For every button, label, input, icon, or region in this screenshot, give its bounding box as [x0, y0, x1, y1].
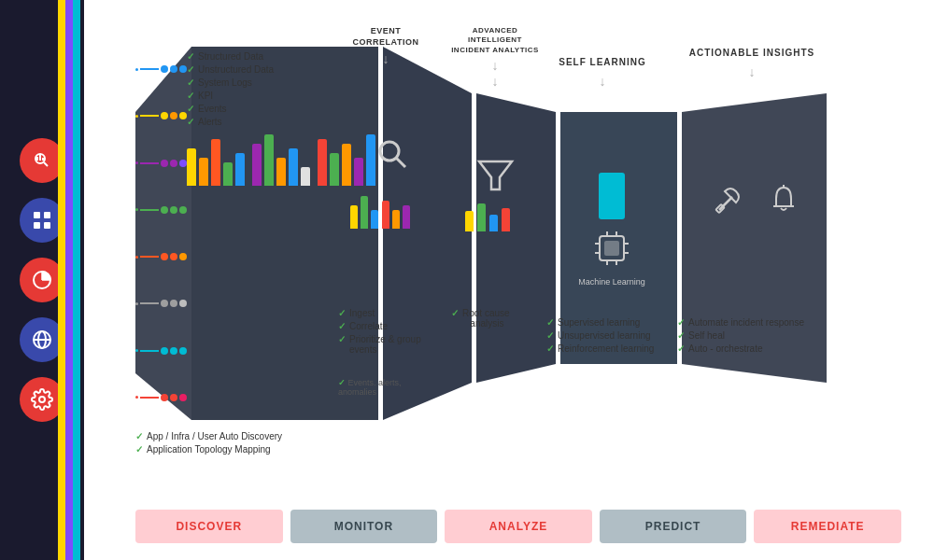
remediate-notes: Automate incident response Self heal Aut… — [677, 317, 836, 357]
stream-red — [135, 394, 187, 401]
svg-rect-1 — [36, 157, 38, 161]
svg-point-15 — [39, 397, 45, 402]
stream-green — [135, 206, 187, 214]
remediate-icons — [686, 182, 827, 217]
remediate-note-1: Automate incident response — [677, 317, 836, 328]
discover-label[interactable]: DISCOVER — [135, 510, 283, 543]
predict-label[interactable]: PREDICT — [600, 510, 747, 543]
monitor-note-3: Prioritize & group events — [338, 334, 436, 355]
analyze-notes: Root cause analysis — [451, 308, 549, 331]
event-correlation-heading: EVENT CORRELATION ↓ — [344, 26, 428, 70]
svg-rect-5 — [34, 212, 40, 218]
svg-rect-2 — [39, 155, 41, 161]
stream-gray — [135, 300, 187, 307]
bar-group-1 — [187, 134, 245, 186]
bell-icon — [766, 182, 801, 217]
cpu-chip-icon — [588, 225, 635, 272]
svg-rect-6 — [44, 212, 50, 218]
remediate-check-list: Automate incident response Self heal Aut… — [677, 317, 836, 354]
svg-rect-26 — [604, 241, 619, 256]
data-streams — [135, 65, 187, 401]
monitor-label[interactable]: MONITOR — [290, 510, 438, 543]
monitor-note-2: Correlate — [338, 321, 436, 331]
discover-bar-charts — [187, 134, 336, 186]
remediate-note-3: Auto - orchestrate — [677, 343, 836, 354]
bottom-labels-row: DISCOVER MONITOR ANALYZE PREDICT REMEDIA… — [135, 510, 901, 543]
analyze-filter-icon — [462, 154, 528, 200]
discover-item-structured: Structured Data — [187, 51, 336, 62]
predict-notes: Supervised learning Unsupervised learnin… — [546, 317, 668, 357]
discover-item-syslogs: System Logs — [187, 77, 336, 88]
remediate-heading: ACTIONABLE INSIGHTS ↓ — [682, 47, 822, 79]
stream-blue — [135, 65, 187, 73]
discover-bottom-2: Application Topology Mapping — [135, 444, 341, 455]
discover-item-alerts: Alerts — [187, 117, 336, 127]
predict-note-1: Supervised learning — [546, 317, 668, 328]
remediate-note-2: Self heal — [677, 330, 836, 341]
monitor-notes: Ingest Correlate Prioritize & group even… — [338, 308, 436, 357]
bar-group-2 — [252, 134, 310, 186]
predict-note-2: Unsupervised learning — [546, 330, 668, 341]
analyze-note-1: Root cause analysis — [451, 308, 549, 329]
ml-label: Machine Learning — [560, 277, 663, 287]
monitor-note-1: Ingest — [338, 308, 436, 318]
search-icon — [374, 135, 411, 173]
stripe-yellow — [58, 0, 65, 560]
stream-purple — [135, 160, 187, 167]
main-content: Structured Data Unstructured Data System… — [84, 0, 934, 560]
stream-yellow — [135, 112, 187, 119]
monitor-bars-2 — [382, 201, 410, 229]
discover-bottom-notes: App / Infra / User Auto Discovery Applic… — [135, 431, 341, 457]
predict-data-bar — [599, 173, 625, 219]
stream-cyan — [135, 347, 187, 355]
svg-marker-24 — [479, 161, 512, 189]
monitor-bar-charts — [350, 196, 425, 229]
svg-rect-3 — [42, 158, 44, 161]
svg-rect-7 — [34, 222, 40, 229]
analyze-bars — [465, 203, 510, 231]
analyze-check-list: Root cause analysis — [451, 308, 549, 329]
discover-bottom-1: App / Infra / User Auto Discovery — [135, 431, 341, 441]
monitor-bottom-note: ✓ Events. alerts, anomalies — [338, 378, 436, 397]
discover-data-list: Structured Data Unstructured Data System… — [187, 51, 336, 127]
stripe-purple — [65, 0, 73, 560]
monitor-icon-area — [355, 135, 430, 176]
svg-line-4 — [44, 162, 48, 166]
svg-rect-8 — [44, 222, 50, 229]
remediate-label[interactable]: REMEDIATE — [754, 510, 901, 543]
analyze-heading: ADVANCED INTELLIGENT INCIDENT ANALYTICS … — [448, 26, 542, 89]
svg-line-35 — [719, 197, 732, 210]
ml-icon-area: Machine Learning — [560, 173, 663, 287]
stripe-cyan — [73, 0, 80, 560]
svg-line-23 — [396, 158, 405, 167]
discover-item-unstructured: Unstructured Data — [187, 64, 336, 75]
sidebar — [0, 0, 84, 560]
predict-heading: SELF LEARNING ↓ — [551, 56, 654, 89]
filter-icon — [474, 154, 517, 196]
monitor-bars-1 — [350, 196, 378, 229]
automate-icon — [712, 182, 747, 217]
discover-section: Structured Data Unstructured Data System… — [187, 51, 336, 186]
predict-check-list: Supervised learning Unsupervised learnin… — [546, 317, 668, 354]
analyze-label[interactable]: ANALYZE — [445, 510, 592, 543]
predict-note-3: Reinforcement learning — [546, 343, 668, 354]
monitor-check-list: Ingest Correlate Prioritize & group even… — [338, 308, 436, 355]
svg-marker-18 — [383, 47, 472, 420]
stream-orange — [135, 253, 187, 260]
discover-item-kpi: KPI — [187, 91, 336, 101]
svg-marker-19 — [476, 93, 556, 383]
discover-bottom-check-list: App / Infra / User Auto Discovery Applic… — [135, 431, 341, 455]
discover-item-events: Events — [187, 104, 336, 114]
